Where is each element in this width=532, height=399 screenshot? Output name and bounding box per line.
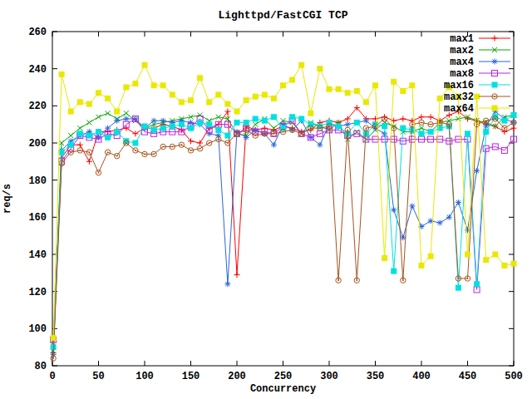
x-tick-label: 150 (182, 371, 200, 382)
y-tick-label: 80 (35, 361, 47, 372)
y-axis-label: req/s (2, 184, 13, 214)
x-tick-label: 450 (459, 371, 477, 382)
legend-label-max64: max64 (444, 103, 474, 115)
legend-marker-max4 (492, 59, 498, 65)
legend-label-max2: max2 (450, 45, 474, 57)
legend-label-max32: max32 (444, 91, 474, 103)
gnuplot-chart: 0501001502002503003504004505008010012014… (0, 0, 532, 399)
y-tick-label: 220 (28, 101, 47, 112)
y-tick-label: 120 (28, 287, 47, 298)
legend-label-max16: max16 (444, 80, 474, 91)
x-tick-label: 500 (505, 371, 523, 382)
x-axis-label: Concurrency (250, 383, 316, 395)
x-tick-label: 50 (92, 371, 104, 382)
legend-label-max8: max8 (450, 68, 474, 80)
legend-label-max1: max1 (450, 33, 474, 45)
x-tick-label: 350 (367, 371, 385, 382)
y-tick-label: 180 (28, 175, 47, 187)
x-tick-label: 0 (49, 371, 55, 382)
y-tick-label: 200 (28, 138, 47, 150)
legend-marker-max16 (492, 82, 498, 88)
legend-label-max4: max4 (450, 57, 474, 68)
y-tick-label: 240 (28, 64, 47, 76)
chart-title: Lighttpd/FastCGI TCP (218, 9, 347, 22)
x-tick-label: 300 (320, 371, 338, 382)
x-tick-label: 400 (412, 371, 431, 382)
y-tick-label: 140 (28, 249, 47, 261)
y-tick-label: 260 (28, 27, 47, 38)
x-tick-label: 200 (228, 371, 246, 382)
legend-marker-max64 (492, 106, 498, 111)
x-tick-label: 250 (274, 371, 293, 382)
x-tick-label: 100 (135, 371, 154, 382)
chart-canvas: 0501001502002503003504004505008010012014… (0, 0, 532, 399)
y-tick-label: 100 (28, 323, 47, 335)
y-tick-label: 160 (28, 212, 47, 224)
